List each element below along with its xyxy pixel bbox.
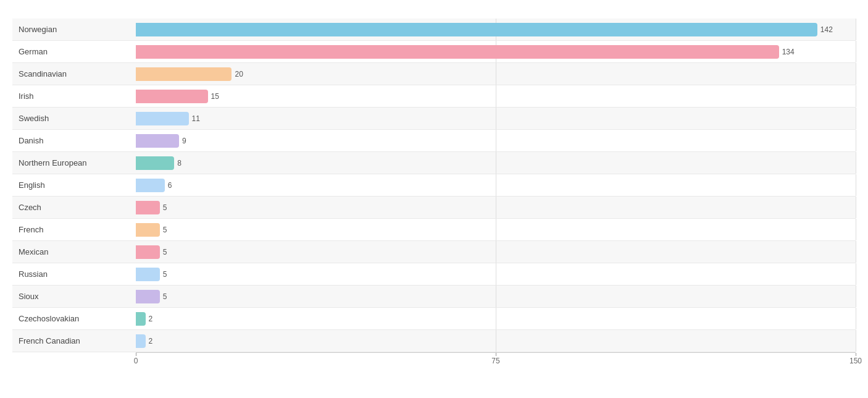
bar-wrapper: 5 [136,286,856,307]
x-tick-line [136,353,136,356]
bar-value: 20 [235,70,243,78]
bar-value: 8 [177,159,182,167]
bar-wrapper: 20 [136,63,856,85]
table-row: German134 [12,41,856,63]
bar [136,268,160,281]
table-row: English6 [12,174,856,197]
bar-label: Northern European [12,158,136,167]
bar [136,179,165,192]
bar [136,90,208,103]
bar [136,223,160,237]
bar-value: 5 [163,203,167,212]
table-row: Sioux5 [12,286,856,308]
bar [136,112,189,125]
bar-value: 15 [211,92,219,101]
table-row: Mexican5 [12,241,856,263]
bar-value: 2 [149,337,153,345]
chart-container: Norwegian142German134Scandinavian20Irish… [12,19,856,371]
bar-wrapper: 15 [136,85,856,107]
bar [136,67,232,81]
table-row: Russian5 [12,263,856,286]
bar-value: 142 [820,25,833,34]
bar-value: 5 [163,226,167,234]
bar-label: Russian [12,269,136,279]
bar-label: Swedish [12,114,136,123]
bar [136,334,146,348]
bar-label: Czech [12,203,136,212]
bar-wrapper: 8 [136,152,856,174]
bar [136,45,779,59]
x-tick-label: 150 [849,357,862,365]
bar-wrapper: 9 [136,130,856,151]
table-row: Northern European8 [12,152,856,174]
bar-label: Mexican [12,247,136,256]
bar [136,156,174,170]
bar [136,290,160,303]
table-row: French5 [12,219,856,241]
bar-wrapper: 11 [136,108,856,129]
bar-label: Czechoslovakian [12,314,136,323]
bar-wrapper: 5 [136,263,856,285]
table-row: Danish9 [12,130,856,152]
bar [136,312,146,326]
bar [136,245,160,259]
x-tick-line [496,353,496,356]
bar [136,134,179,148]
bar-value: 6 [168,181,172,190]
bar-value: 2 [149,315,153,323]
bar-label: Sioux [12,292,136,301]
table-row: French Canadian2 [12,330,856,352]
bar-wrapper: 5 [136,241,856,263]
x-tick-line [856,353,856,356]
table-row: Czech5 [12,197,856,219]
bar-value: 134 [782,48,795,56]
bar-label: Irish [12,91,136,101]
bar-label: Scandinavian [12,69,136,78]
bar-label: English [12,180,136,190]
bar-value: 9 [182,137,186,145]
bar-value: 5 [163,270,167,279]
bar-label: French Canadian [12,336,136,345]
x-axis: 075150 [136,352,856,371]
bar-label: Danish [12,136,136,145]
table-row: Scandinavian20 [12,63,856,85]
table-row: Norwegian142 [12,19,856,41]
table-row: Swedish11 [12,108,856,130]
chart-area: Norwegian142German134Scandinavian20Irish… [12,19,856,352]
bar-value: 11 [192,114,200,123]
bar [136,23,817,36]
x-tick-label: 0 [134,357,138,365]
bar-label: Norwegian [12,25,136,34]
bar-value: 5 [163,292,167,301]
bar-value: 5 [163,248,167,256]
bar-wrapper: 2 [136,308,856,329]
bar-wrapper: 6 [136,174,856,196]
bar-label: German [12,47,136,56]
table-row: Irish15 [12,85,856,108]
bar-wrapper: 142 [136,19,856,40]
bar-label: French [12,225,136,234]
bar [136,201,160,214]
table-row: Czechoslovakian2 [12,308,856,330]
x-tick-label: 75 [491,357,499,365]
bar-wrapper: 2 [136,330,856,352]
bar-wrapper: 134 [136,41,856,62]
bar-wrapper: 5 [136,219,856,240]
bar-wrapper: 5 [136,197,856,218]
